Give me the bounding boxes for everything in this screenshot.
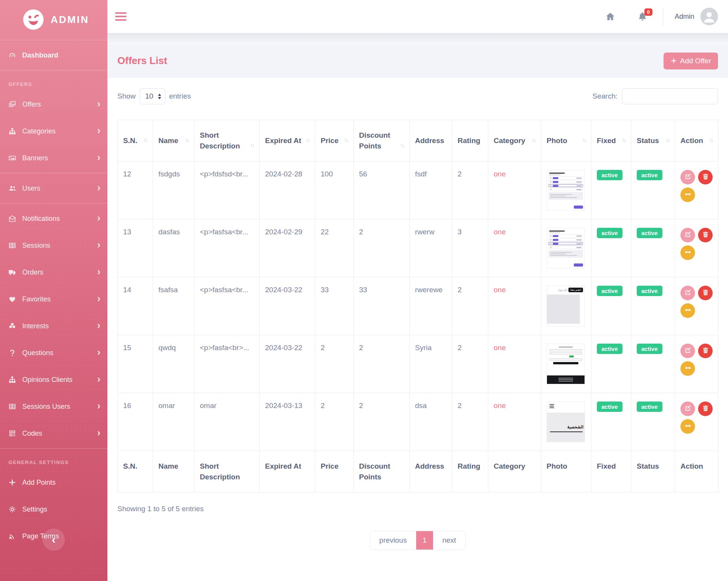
chevron-right-icon: › — [97, 99, 100, 109]
sidebar-item-favorites[interactable]: Favorites› — [0, 286, 107, 313]
column-header-photo[interactable]: Photo↑↓ — [541, 120, 591, 161]
sidebar-collapse-button[interactable]: ‹ — [43, 528, 65, 551]
cell-status: active — [631, 335, 675, 393]
cell-address: Syria — [410, 335, 452, 393]
table-controls: Show 10 entries Search: — [117, 88, 718, 104]
cell-action — [675, 219, 718, 277]
delete-button[interactable] — [698, 344, 713, 358]
chevron-right-icon: › — [97, 347, 100, 357]
edit-button[interactable] — [680, 344, 695, 358]
sort-arrows-icon: ↑↓ — [622, 136, 626, 144]
column-header-action[interactable]: Action↑↓ — [675, 120, 718, 161]
delete-button[interactable] — [698, 170, 713, 184]
sidebar-item-orders[interactable]: Orders› — [0, 259, 107, 286]
divider — [0, 448, 107, 449]
sidebar-item-offers[interactable]: Offers› — [0, 91, 107, 118]
swap-button[interactable] — [680, 245, 695, 260]
swap-button[interactable] — [680, 303, 695, 318]
sidebar-nav: DashboardOFFERSOffers›Categories›Banners… — [0, 42, 107, 550]
table-row: 12 fsdgds <p>fdsfsd<br... 2024-02-28 100… — [118, 161, 718, 219]
column-header-s-n-[interactable]: S.N.↑↓ — [118, 120, 153, 161]
swap-button[interactable] — [680, 188, 695, 202]
sitemap-icon — [8, 376, 18, 383]
sidebar-item-users[interactable]: Users› — [0, 175, 107, 202]
delete-button[interactable] — [698, 228, 713, 242]
smiley-logo-icon — [22, 8, 44, 31]
offer-photo: الدخولانضم معنا — [547, 286, 585, 326]
next-page-button[interactable]: next — [433, 531, 465, 550]
table-row: 15 qwdq <p>fasfa<br>... 2024-03-22 2 2 S… — [118, 335, 718, 393]
arrows-horizontal-icon — [684, 364, 692, 373]
delete-button[interactable] — [698, 402, 713, 416]
cell-photo: الدخولانضم معنا — [541, 277, 591, 335]
edit-button[interactable] — [680, 286, 695, 300]
delete-button[interactable] — [698, 286, 713, 300]
sidebar-item-sessions-users[interactable]: Sessions Users› — [0, 393, 107, 420]
column-header-discount-points[interactable]: Discount Points↑↓ — [354, 120, 410, 161]
sidebar-item-interests[interactable]: Interests› — [0, 313, 107, 339]
cell-sn: 14 — [118, 277, 153, 335]
truck-icon — [8, 268, 18, 276]
column-header-fixed[interactable]: Fixed↑↓ — [591, 120, 631, 161]
cell-action — [675, 335, 718, 393]
sidebar-item-sessions[interactable]: Sessions› — [0, 232, 107, 259]
category-link[interactable]: one — [494, 402, 506, 410]
sidebar-item-add-points[interactable]: Add Points — [0, 469, 107, 496]
top-navbar: 0 Admin — [107, 0, 728, 33]
avatar[interactable] — [700, 8, 718, 25]
trash-icon — [702, 231, 709, 239]
swap-button[interactable] — [680, 419, 695, 434]
category-link[interactable]: one — [494, 170, 506, 178]
page-button-1[interactable]: 1 — [416, 531, 433, 550]
sidebar-item-banners[interactable]: Banners› — [0, 145, 107, 171]
column-header-status[interactable]: Status↑↓ — [631, 120, 675, 161]
column-header-short-description[interactable]: Short Description↑↓ — [194, 120, 260, 161]
category-link[interactable]: one — [494, 228, 506, 236]
sidebar-item-notifications[interactable]: Notifications› — [0, 205, 107, 232]
home-icon[interactable] — [605, 12, 615, 21]
column-header-name[interactable]: Name↑↓ — [153, 120, 194, 161]
sort-arrows-icon: ↑↓ — [250, 142, 254, 149]
cell-status: active — [631, 161, 675, 219]
sort-arrows-icon: ↑↓ — [709, 136, 713, 144]
sidebar-item-questions[interactable]: Questions› — [0, 339, 107, 366]
sidebar-item-dashboard[interactable]: Dashboard — [0, 42, 107, 69]
divider — [107, 33, 728, 44]
table-row: 16 omar omar 2024-03-13 2 2 dsa 2 one ال… — [118, 393, 718, 451]
arrows-horizontal-icon — [684, 306, 692, 315]
cell-sn: 16 — [118, 393, 153, 451]
category-link[interactable]: one — [494, 344, 506, 352]
footer-column-s-n-: S.N. — [118, 451, 153, 492]
divider — [0, 70, 107, 71]
chevron-right-icon: › — [97, 428, 100, 438]
cell-expired-at: 2024-03-13 — [260, 393, 315, 451]
page-title: Offers List — [117, 55, 167, 67]
page-length-select[interactable]: 10 — [140, 88, 165, 104]
edit-button[interactable] — [680, 228, 695, 242]
category-link[interactable]: one — [494, 286, 506, 294]
search-input[interactable] — [622, 88, 718, 104]
cell-status: active — [631, 277, 675, 335]
sidebar-logo[interactable]: ADMIN — [0, 0, 107, 38]
sidebar-item-codes[interactable]: Codes› — [0, 420, 107, 447]
sidebar-item-opinions-clients[interactable]: Opinions Clients› — [0, 366, 107, 393]
table-row: 14 fsafsa <p>fasfsa<br... 2024-03-22 33 … — [118, 277, 718, 335]
cell-photo — [541, 161, 591, 219]
swap-button[interactable] — [680, 361, 695, 376]
edit-button[interactable] — [680, 170, 695, 184]
trash-icon — [702, 405, 709, 413]
edit-button[interactable] — [680, 402, 695, 416]
user-menu-label[interactable]: Admin — [675, 13, 694, 21]
notifications-bell[interactable]: 0 — [637, 12, 647, 21]
column-header-category[interactable]: Category↑↓ — [488, 120, 541, 161]
hamburger-menu-icon[interactable] — [115, 10, 127, 23]
sidebar-item-categories[interactable]: Categories› — [0, 118, 107, 145]
column-header-price[interactable]: Price↑↓ — [315, 120, 354, 161]
edit-icon — [684, 231, 692, 239]
column-header-expired-at[interactable]: Expired At↑↓ — [260, 120, 315, 161]
cell-action — [675, 277, 718, 335]
sidebar-item-settings[interactable]: Settings — [0, 496, 107, 523]
cell-category: one — [488, 219, 541, 277]
add-offer-button[interactable]: Add Offer — [664, 53, 718, 69]
previous-page-button[interactable]: previous — [370, 531, 416, 550]
